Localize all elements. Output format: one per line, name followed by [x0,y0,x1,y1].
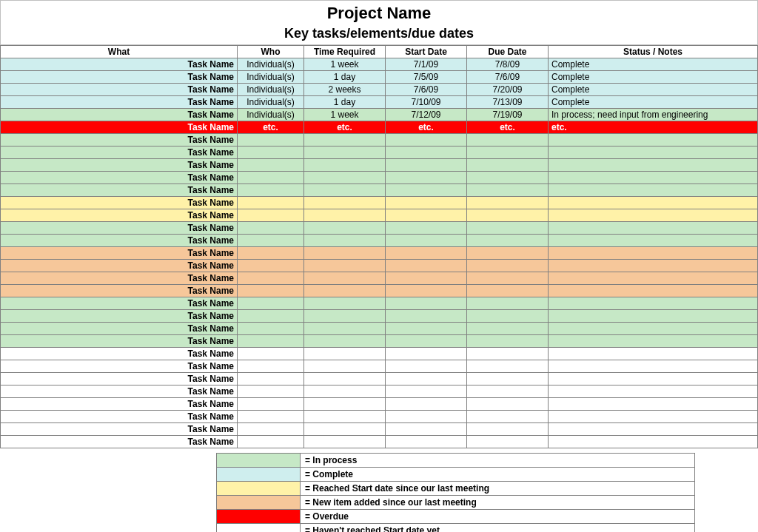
cell-what[interactable]: Task Name [1,58,238,71]
cell-status[interactable] [549,297,758,310]
table-row[interactable]: Task Name [1,272,758,285]
cell-start[interactable] [386,373,467,385]
table-row[interactable]: Task Name [1,423,758,436]
cell-who[interactable]: etc. [238,121,304,134]
cell-status[interactable] [549,285,758,297]
cell-who[interactable] [238,260,304,272]
cell-start[interactable]: 7/12/09 [386,109,467,121]
cell-status[interactable] [549,134,758,147]
cell-what[interactable]: Task Name [1,360,238,373]
cell-time[interactable] [304,159,386,172]
cell-due[interactable] [467,184,549,197]
cell-what[interactable]: Task Name [1,385,238,398]
cell-time[interactable] [304,285,386,297]
cell-status[interactable] [549,172,758,184]
cell-what[interactable]: Task Name [1,109,238,121]
cell-status[interactable] [549,260,758,272]
cell-due[interactable] [467,348,549,360]
cell-who[interactable] [238,360,304,373]
cell-time[interactable] [304,134,386,147]
cell-start[interactable] [386,159,467,172]
cell-what[interactable]: Task Name [1,310,238,323]
cell-start[interactable] [386,423,467,436]
cell-start[interactable] [386,335,467,348]
cell-time[interactable]: 1 week [304,58,386,71]
table-row[interactable]: Task Name [1,159,758,172]
table-row[interactable]: Task Name [1,323,758,335]
cell-what[interactable]: Task Name [1,260,238,272]
cell-start[interactable] [386,285,467,297]
cell-start[interactable] [386,360,467,373]
cell-what[interactable]: Task Name [1,159,238,172]
cell-time[interactable] [304,436,386,448]
cell-status[interactable] [549,310,758,323]
cell-due[interactable] [467,423,549,436]
cell-who[interactable]: Individual(s) [238,58,304,71]
cell-start[interactable] [386,209,467,222]
cell-due[interactable]: etc. [467,121,549,134]
cell-start[interactable]: 7/10/09 [386,96,467,109]
cell-what[interactable]: Task Name [1,323,238,335]
cell-what[interactable]: Task Name [1,147,238,159]
cell-status[interactable] [549,335,758,348]
table-row[interactable]: Task Name [1,247,758,260]
table-row[interactable]: Task Name [1,184,758,197]
cell-status[interactable] [549,147,758,159]
cell-due[interactable] [467,385,549,398]
table-row[interactable]: Task Name [1,348,758,360]
table-row[interactable]: Task Name [1,385,758,398]
cell-time[interactable]: etc. [304,121,386,134]
cell-start[interactable]: 7/1/09 [386,58,467,71]
cell-what[interactable]: Task Name [1,184,238,197]
table-row[interactable]: Task Name [1,436,758,448]
cell-status[interactable]: Complete [549,96,758,109]
cell-due[interactable] [467,197,549,209]
table-row[interactable]: Task Name [1,373,758,385]
table-row[interactable]: Task Name [1,197,758,209]
table-row[interactable]: Task Name [1,411,758,423]
cell-what[interactable]: Task Name [1,272,238,285]
cell-who[interactable] [238,436,304,448]
cell-who[interactable] [238,297,304,310]
table-row[interactable]: Task Name [1,297,758,310]
cell-time[interactable] [304,310,386,323]
cell-due[interactable]: 7/6/09 [467,71,549,84]
cell-time[interactable] [304,184,386,197]
cell-who[interactable] [238,209,304,222]
cell-status[interactable] [549,247,758,260]
table-row[interactable]: Task NameIndividual(s)1 week7/1/097/8/09… [1,58,758,71]
cell-who[interactable] [238,310,304,323]
cell-what[interactable]: Task Name [1,436,238,448]
table-row[interactable]: Task Name [1,398,758,411]
cell-what[interactable]: Task Name [1,96,238,109]
table-row[interactable]: Task NameIndividual(s)1 week7/12/097/19/… [1,109,758,121]
cell-due[interactable] [467,209,549,222]
cell-start[interactable] [386,348,467,360]
cell-what[interactable]: Task Name [1,335,238,348]
cell-status[interactable] [549,360,758,373]
table-row[interactable]: Task Nameetc.etc.etc.etc.etc. [1,121,758,134]
cell-start[interactable]: etc. [386,121,467,134]
table-row[interactable]: Task Name [1,235,758,247]
cell-start[interactable] [386,272,467,285]
cell-time[interactable] [304,172,386,184]
cell-time[interactable] [304,335,386,348]
cell-due[interactable] [467,260,549,272]
cell-start[interactable] [386,398,467,411]
cell-what[interactable]: Task Name [1,71,238,84]
cell-time[interactable] [304,260,386,272]
cell-what[interactable]: Task Name [1,285,238,297]
cell-time[interactable] [304,235,386,247]
cell-who[interactable] [238,423,304,436]
cell-status[interactable] [549,398,758,411]
cell-who[interactable] [238,335,304,348]
cell-status[interactable] [549,235,758,247]
cell-what[interactable]: Task Name [1,172,238,184]
cell-who[interactable] [238,348,304,360]
cell-what[interactable]: Task Name [1,84,238,96]
cell-start[interactable]: 7/6/09 [386,84,467,96]
cell-who[interactable] [238,172,304,184]
cell-time[interactable] [304,222,386,235]
cell-who[interactable] [238,373,304,385]
cell-due[interactable] [467,285,549,297]
